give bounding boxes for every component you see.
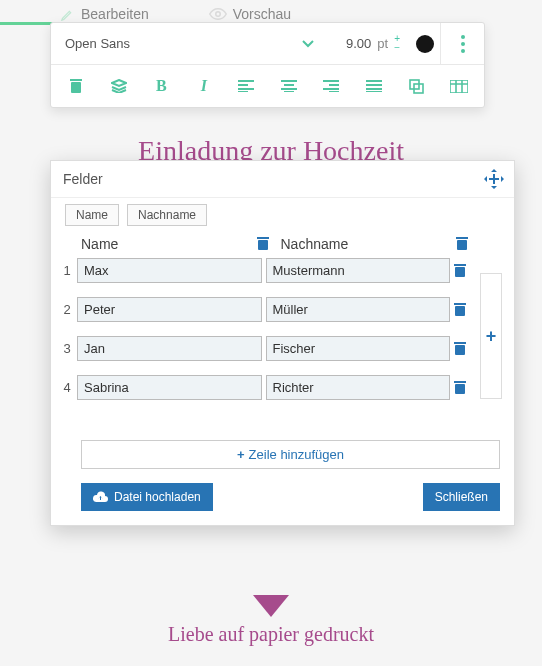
columns-header: Name Nachname <box>51 236 514 258</box>
svg-point-0 <box>215 12 220 17</box>
font-size-stepper[interactable]: + − <box>394 35 400 52</box>
fields-panel-footer: Datei hochladen Schließen <box>51 479 514 525</box>
close-button[interactable]: Schließen <box>423 483 500 511</box>
upload-file-button[interactable]: Datei hochladen <box>81 483 213 511</box>
row-number: 1 <box>57 263 77 278</box>
delete-column-name[interactable] <box>257 237 269 251</box>
column-header-name: Name <box>81 236 275 252</box>
delete-row-3[interactable] <box>454 342 472 356</box>
svg-rect-2 <box>70 79 82 81</box>
font-size-unit: pt <box>377 36 388 51</box>
trash-icon <box>456 237 468 251</box>
layers-icon <box>111 79 127 93</box>
delete-row-1[interactable] <box>454 264 472 278</box>
cell-nachname-2[interactable] <box>266 297 451 322</box>
chip-nachname[interactable]: Nachname <box>127 204 207 226</box>
svg-rect-6 <box>258 240 268 250</box>
add-row-button[interactable]: +Zeile hinzufügen <box>81 440 500 469</box>
svg-rect-7 <box>257 237 269 239</box>
page-subtitle: Liebe auf papier gedruckt <box>0 623 542 646</box>
cell-name-3[interactable] <box>77 336 262 361</box>
cell-name-4[interactable] <box>77 375 262 400</box>
column-header-name-label: Name <box>81 236 118 252</box>
svg-rect-8 <box>457 240 467 250</box>
svg-rect-14 <box>455 345 465 355</box>
align-right-button[interactable] <box>310 65 353 107</box>
cell-name-2[interactable] <box>77 297 262 322</box>
bold-button[interactable]: B <box>140 65 183 107</box>
row-number: 2 <box>57 302 77 317</box>
trash-icon <box>454 264 466 278</box>
tab-edit-label: Bearbeiten <box>81 6 149 22</box>
add-column-area: + <box>478 258 504 414</box>
tab-edit[interactable]: Bearbeiten <box>60 6 149 22</box>
chip-name[interactable]: Name <box>65 204 119 226</box>
trash-icon <box>454 342 466 356</box>
column-header-nachname-label: Nachname <box>281 236 349 252</box>
align-center-icon <box>281 80 297 92</box>
fields-panel-header: Felder <box>51 161 514 198</box>
font-family-select[interactable]: Open Sans <box>51 36 329 51</box>
delete-row-4[interactable] <box>454 381 472 395</box>
delete-button[interactable] <box>55 65 98 107</box>
align-left-icon <box>238 80 254 92</box>
add-row-label: Zeile hinzufügen <box>249 447 344 462</box>
font-size-value: 9.00 <box>339 36 371 51</box>
field-chips: Name Nachname <box>51 198 514 236</box>
align-left-button[interactable] <box>225 65 268 107</box>
add-column-button[interactable]: + <box>480 273 502 399</box>
italic-button[interactable]: I <box>183 65 226 107</box>
toolbar-menu-button[interactable] <box>440 23 484 64</box>
cell-nachname-4[interactable] <box>266 375 451 400</box>
close-button-label: Schließen <box>435 490 488 504</box>
svg-rect-12 <box>455 306 465 316</box>
toolbar-row-2: B I <box>51 65 484 107</box>
svg-rect-17 <box>454 381 466 383</box>
plus-icon: + <box>237 447 245 462</box>
svg-rect-16 <box>455 384 465 394</box>
top-tabs: Bearbeiten Vorschau <box>0 0 542 22</box>
layers-button[interactable] <box>98 65 141 107</box>
font-size-control[interactable]: 9.00 pt + − <box>329 35 410 52</box>
copy-button[interactable] <box>395 65 438 107</box>
font-family-value: Open Sans <box>65 36 130 51</box>
upload-file-label: Datei hochladen <box>114 490 201 504</box>
minus-icon[interactable]: − <box>394 44 400 52</box>
kebab-icon <box>461 35 465 53</box>
toolbar-row-1: Open Sans 9.00 pt + − <box>51 23 484 65</box>
tab-preview[interactable]: Vorschau <box>209 6 291 22</box>
table-icon <box>450 80 468 93</box>
align-justify-icon <box>366 80 382 92</box>
svg-rect-10 <box>455 267 465 277</box>
row-number: 3 <box>57 341 77 356</box>
trash-icon <box>454 303 466 317</box>
table-row: 1 <box>57 258 472 283</box>
delete-row-2[interactable] <box>454 303 472 317</box>
font-color-picker[interactable] <box>410 35 440 53</box>
align-right-icon <box>323 80 339 92</box>
svg-rect-1 <box>71 82 81 93</box>
move-handle[interactable] <box>484 169 504 189</box>
trash-icon <box>454 381 466 395</box>
svg-rect-15 <box>454 342 466 344</box>
text-toolbar: Open Sans 9.00 pt + − B I <box>50 22 485 108</box>
svg-rect-11 <box>454 264 466 266</box>
svg-rect-13 <box>454 303 466 305</box>
svg-rect-9 <box>456 237 468 239</box>
tab-preview-label: Vorschau <box>233 6 291 22</box>
chevron-down-icon <box>301 39 315 49</box>
align-center-button[interactable] <box>268 65 311 107</box>
data-grid: 1 2 3 <box>51 258 514 414</box>
copy-icon <box>409 79 424 94</box>
delete-column-nachname[interactable] <box>456 237 468 251</box>
eye-icon <box>209 7 227 21</box>
cell-nachname-1[interactable] <box>266 258 451 283</box>
cell-name-1[interactable] <box>77 258 262 283</box>
column-header-nachname: Nachname <box>281 236 475 252</box>
cell-nachname-3[interactable] <box>266 336 451 361</box>
fields-panel: Felder Name Nachname Name Nachname 1 <box>50 160 515 526</box>
align-justify-button[interactable] <box>353 65 396 107</box>
fields-panel-title: Felder <box>63 171 103 187</box>
table-button[interactable] <box>438 65 481 107</box>
pencil-icon <box>60 7 75 22</box>
